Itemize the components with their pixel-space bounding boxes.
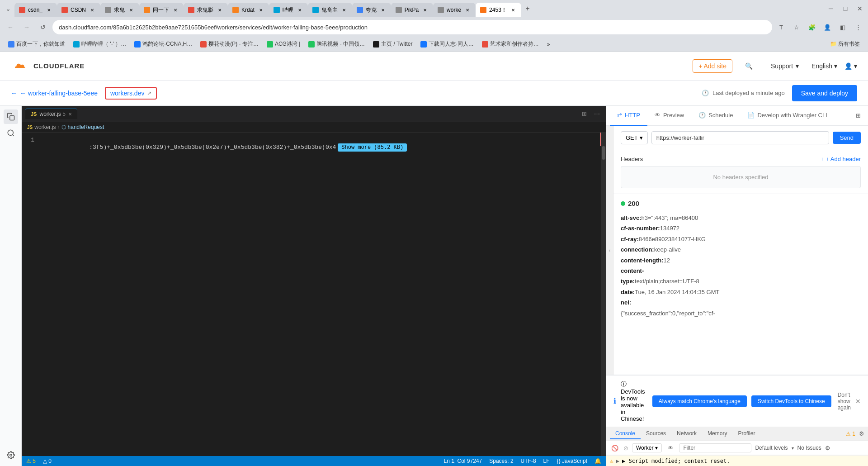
eye-toggle-btn[interactable]: 👁 xyxy=(665,443,675,453)
split-editor-btn[interactable]: ⊞ xyxy=(579,109,590,119)
status-encoding[interactable]: UTF-8 xyxy=(521,458,536,464)
tab-overflow-btn[interactable]: ⌄ xyxy=(2,2,14,15)
tab-close-6[interactable]: ✕ xyxy=(257,6,264,14)
devtools-tab-profiler[interactable]: Profiler xyxy=(732,428,760,439)
status-lang[interactable]: {} JavaScript xyxy=(557,458,587,464)
devtools-match-btn[interactable]: Always match Chrome's language xyxy=(652,395,747,407)
devtools-chinese-btn[interactable]: Switch DevTools to Chinese xyxy=(751,395,831,407)
console-clear-btn[interactable]: 🚫 xyxy=(610,443,620,453)
panel-split-btn[interactable]: ⊞ xyxy=(852,109,864,122)
show-more-badge[interactable]: Show more (85.2 KB) xyxy=(338,143,407,152)
collapse-btn[interactable]: ‹ xyxy=(606,126,613,375)
tab-close-7[interactable]: ✕ xyxy=(296,6,303,14)
tab-close-2[interactable]: ✕ xyxy=(89,6,96,14)
console-expand-btn[interactable]: ▶ xyxy=(616,458,619,464)
back-link[interactable]: ← ← worker-falling-base-5eee xyxy=(11,90,98,97)
workers-url-box[interactable]: workers.dev ↗ xyxy=(105,87,157,100)
devtools-tab-console[interactable]: Console xyxy=(610,428,641,439)
panel-tab-preview[interactable]: 👁 Preview xyxy=(647,106,691,126)
support-btn[interactable]: Support ▾ xyxy=(765,60,804,72)
panel-tab-wrangler[interactable]: 📄 Develop with Wrangler CLI xyxy=(740,106,834,126)
browser-tab-3[interactable]: 求鬼 ✕ xyxy=(100,3,139,17)
bookmark-bilibili[interactable]: 哔哩哔哩（ '-' ）… xyxy=(70,39,130,49)
devtools-settings-btn[interactable]: ⚙ xyxy=(825,445,830,452)
bookmark-artist[interactable]: 艺术家和创作者持… xyxy=(478,39,542,49)
sidebar-search-icon[interactable] xyxy=(4,126,18,140)
tab-close-8[interactable]: ✕ xyxy=(340,6,348,14)
devtools-close-icon[interactable]: ✕ xyxy=(855,398,861,405)
status-lf[interactable]: LF xyxy=(543,458,550,464)
tab-close-11[interactable]: ✕ xyxy=(464,6,471,14)
extensions-icon[interactable]: 🧩 xyxy=(806,21,818,33)
add-header-btn[interactable]: + + Add header xyxy=(821,156,861,162)
dont-show-btn[interactable]: Don't show again xyxy=(838,392,851,411)
translate-icon[interactable]: T xyxy=(775,21,788,33)
browser-tab-5[interactable]: 求鬼影 ✕ xyxy=(184,3,228,17)
devtools-tab-sources[interactable]: Sources xyxy=(641,428,671,439)
nav-refresh-btn[interactable]: ↺ xyxy=(36,20,50,34)
tab-close-12[interactable]: ✕ xyxy=(509,6,517,14)
cf-logo[interactable]: CLOUDFLARE xyxy=(11,60,85,72)
profile-icon[interactable]: 👤 xyxy=(821,21,834,33)
status-spaces[interactable]: Spaces: 2 xyxy=(489,458,513,464)
devtools-tab-network[interactable]: Network xyxy=(671,428,702,439)
status-ln[interactable]: Ln 1, Col 97247 xyxy=(444,458,482,464)
devtools-gear-btn[interactable]: ⚙ xyxy=(859,430,864,437)
editor-tab-active[interactable]: JS worker.js 5 ✕ xyxy=(25,109,77,119)
user-menu-btn[interactable]: 👤 ▾ xyxy=(844,62,857,70)
sidebar-copy-icon[interactable] xyxy=(4,109,18,124)
panel-tab-http[interactable]: ⇄ HTTP xyxy=(610,106,647,126)
more-options-btn[interactable]: ⋯ xyxy=(591,109,602,119)
tab-close-1[interactable]: ✕ xyxy=(45,6,52,14)
send-btn[interactable]: Send xyxy=(833,132,861,144)
browser-tab-6[interactable]: Krdat ✕ xyxy=(228,3,269,17)
tab-close-4[interactable]: ✕ xyxy=(172,6,179,14)
tab-close-5[interactable]: ✕ xyxy=(216,6,223,14)
sidebar-settings-icon[interactable] xyxy=(4,448,18,462)
new-tab-btn[interactable]: + xyxy=(521,2,534,15)
tab-close-10[interactable]: ✕ xyxy=(421,6,429,14)
bookmark-icon[interactable]: ☆ xyxy=(790,21,803,33)
bookmark-sakura[interactable]: 樱花动漫(P) - 专注… xyxy=(197,39,262,49)
add-site-btn[interactable]: + Add site xyxy=(693,59,732,73)
bookmark-honghao[interactable]: 鸿鹄论坛-CCNA,H… xyxy=(131,39,196,49)
more-menu-btn[interactable]: ⋮ xyxy=(852,21,864,33)
method-select[interactable]: GET ▾ xyxy=(621,131,648,144)
default-levels-btn[interactable]: Default levels xyxy=(755,445,788,451)
sidebar-toggle[interactable]: ◧ xyxy=(836,21,849,33)
minimize-btn[interactable]: ─ xyxy=(825,2,837,15)
bookmarks-overflow[interactable]: » xyxy=(543,40,554,48)
save-deploy-btn[interactable]: Save and deploy xyxy=(792,85,857,101)
browser-tab-4[interactable]: 同一下 ✕ xyxy=(139,3,184,17)
browser-tab-7[interactable]: 哔哩 ✕ xyxy=(269,3,308,17)
bookmark-acg[interactable]: ACG港湾 | xyxy=(263,39,304,49)
browser-tab-1[interactable]: csdn_ ✕ xyxy=(14,3,57,17)
devtools-tab-memory[interactable]: Memory xyxy=(702,428,732,439)
panel-tab-schedule[interactable]: 🕐 Schedule xyxy=(691,106,740,126)
browser-tab-9[interactable]: 夸克 ✕ xyxy=(352,3,391,17)
browser-tab-11[interactable]: worke ✕ xyxy=(433,3,476,17)
browser-tab-10[interactable]: PikPa ✕ xyxy=(391,3,433,17)
bookmark-baidu[interactable]: 百度一下，你就知道 xyxy=(5,39,69,49)
language-btn[interactable]: English ▾ xyxy=(811,62,837,70)
bookmark-download[interactable]: 下载同人志·同人… xyxy=(417,39,477,49)
browser-tab-12[interactable]: 2453！ ✕ xyxy=(476,3,521,17)
tab-close-3[interactable]: ✕ xyxy=(127,6,135,14)
close-btn[interactable]: ✕ xyxy=(854,2,866,15)
browser-tab-8[interactable]: 鬼畜主 ✕ xyxy=(308,3,352,17)
filter-input[interactable] xyxy=(679,443,751,452)
code-content[interactable]: 1 :3f5)+_0x5db3be(0x329)+_0x5db3be(0x2e7… xyxy=(22,133,606,456)
status-bell-icon[interactable]: 🔔 xyxy=(594,458,601,464)
worker-selector[interactable]: Worker ▾ xyxy=(632,443,662,452)
bookmarks-folder[interactable]: 📁 所有书签 xyxy=(826,39,863,49)
maximize-btn[interactable]: □ xyxy=(839,2,852,15)
editor-tab-close-btn[interactable]: ✕ xyxy=(68,112,72,117)
nav-forward-btn[interactable]: → xyxy=(20,20,33,34)
tab-close-9[interactable]: ✕ xyxy=(379,6,387,14)
address-input[interactable] xyxy=(52,20,772,34)
browser-tab-2[interactable]: CSDN ✕ xyxy=(57,3,100,17)
bookmark-twitter[interactable]: 主页 / Twitter xyxy=(369,39,416,49)
url-input[interactable] xyxy=(651,131,829,144)
search-btn[interactable]: 🔍 xyxy=(740,60,758,72)
bookmark-tencent[interactable]: 腾讯视频 - 中国领… xyxy=(305,39,368,49)
